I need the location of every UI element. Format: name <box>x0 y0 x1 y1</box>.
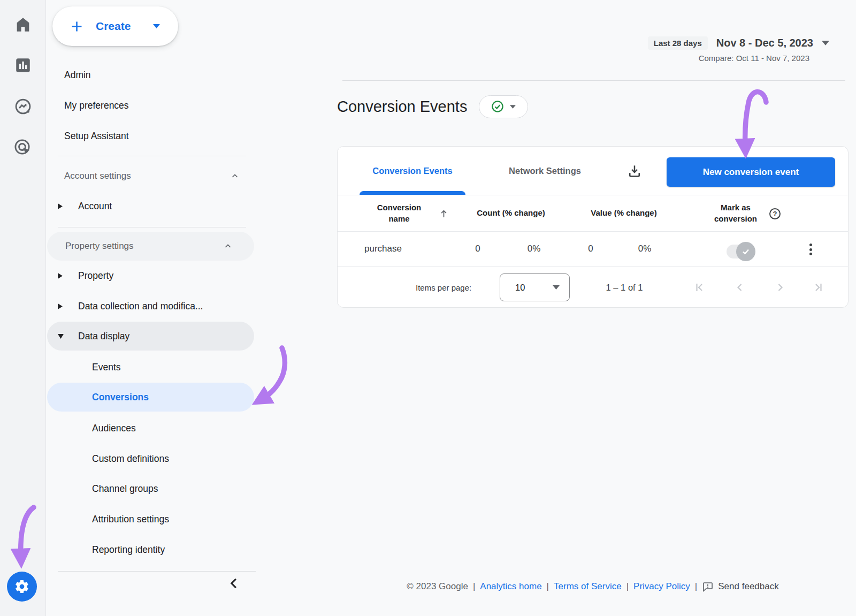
sidebar-item-admin[interactable]: Admin <box>46 60 273 90</box>
items-per-page-select[interactable]: 10 <box>500 273 570 301</box>
previous-page-icon[interactable] <box>733 281 746 294</box>
items-per-page-value: 10 <box>515 283 525 293</box>
sidebar-item-reporting-identity[interactable]: Reporting identity <box>46 535 273 565</box>
items-per-page-label: Items per page: <box>416 267 471 308</box>
footer-separator: | <box>547 581 549 592</box>
active-tab-underline <box>360 191 465 195</box>
sidebar-section-property-settings[interactable]: Property settings <box>47 232 254 261</box>
triangle-down-icon <box>58 334 64 339</box>
explore-icon[interactable] <box>12 96 34 117</box>
app-rail <box>0 0 46 616</box>
date-range-value: Nov 8 - Dec 5, 2023 <box>716 37 813 49</box>
toggle-check-icon <box>736 242 755 261</box>
count-cell: 0 <box>462 232 494 266</box>
terms-of-service-link[interactable]: Terms of Service <box>554 581 622 592</box>
page-title: Conversion Events <box>337 98 467 116</box>
create-button[interactable]: Create <box>52 6 178 46</box>
sidebar-item-my-preferences[interactable]: My preferences <box>46 90 273 121</box>
chevron-left-icon <box>227 576 242 591</box>
footer: © 2023 Google | Analytics home | Terms o… <box>337 581 849 592</box>
date-compare-value: Compare: Oct 11 - Nov 7, 2023 <box>648 54 829 63</box>
help-icon[interactable]: ? <box>769 208 781 219</box>
mark-as-conversion-toggle[interactable] <box>727 245 752 258</box>
chevron-down-icon <box>153 24 160 28</box>
new-conversion-event-button[interactable]: New conversion event <box>667 157 835 187</box>
sidebar-item-events[interactable]: Events <box>46 352 273 383</box>
chevron-down-icon <box>510 105 516 109</box>
sidebar-item-conversions[interactable]: Conversions <box>47 383 254 412</box>
sidebar-item-property[interactable]: Property <box>46 261 273 291</box>
sidebar-item-data-display[interactable]: Data display <box>47 322 254 351</box>
header-divider <box>342 80 845 81</box>
sidebar-item-audiences[interactable]: Audiences <box>46 413 273 444</box>
chevron-up-icon <box>230 171 240 181</box>
last-page-icon[interactable] <box>812 281 824 294</box>
home-icon[interactable] <box>12 14 34 35</box>
triangle-right-icon <box>58 303 63 309</box>
conversion-events-card: Conversion Events Network Settings New c… <box>337 146 849 308</box>
sidebar-divider <box>58 227 246 227</box>
sidebar-item-account[interactable]: Account <box>46 191 273 222</box>
check-circle-icon <box>491 100 504 113</box>
collapse-sidebar-button[interactable] <box>227 576 242 591</box>
first-page-icon[interactable] <box>693 281 706 294</box>
sort-ascending-icon[interactable] <box>438 208 449 219</box>
chevron-down-icon <box>822 41 829 45</box>
send-feedback-button[interactable]: Send feedback <box>702 581 778 592</box>
column-header-value[interactable]: Value (% change) <box>586 195 661 231</box>
table-header-row: Conversion name Count (% change) Value (… <box>338 195 848 232</box>
row-overflow-menu-icon[interactable] <box>804 242 817 256</box>
advertising-icon[interactable] <box>12 137 34 158</box>
sidebar-item-setup-assistant[interactable]: Setup Assistant <box>46 121 273 151</box>
copyright-text: © 2023 Google <box>407 581 468 592</box>
sidebar-divider <box>58 571 256 572</box>
column-header-count[interactable]: Count (% change) <box>473 195 548 231</box>
column-header-conversion-name[interactable]: Conversion name <box>367 195 431 231</box>
footer-separator: | <box>695 581 697 592</box>
tab-network-settings[interactable]: Network Settings <box>493 147 597 195</box>
create-button-label: Create <box>96 20 131 33</box>
sidebar-divider <box>58 156 246 156</box>
conversion-name-cell: purchase <box>364 232 402 266</box>
triangle-right-icon <box>58 203 63 209</box>
reports-bar-chart-icon[interactable] <box>12 55 34 76</box>
footer-separator: | <box>473 581 475 592</box>
count-change-cell: 0% <box>518 232 550 266</box>
column-header-mark-as-conversion[interactable]: Mark as conversion <box>698 195 773 231</box>
status-dropdown[interactable] <box>479 95 528 118</box>
date-range-badge: Last 28 days <box>648 36 708 50</box>
sidebar-item-custom-definitions[interactable]: Custom definitions <box>46 444 273 474</box>
tab-conversion-events[interactable]: Conversion Events <box>360 147 465 195</box>
admin-settings-gear-button[interactable] <box>7 572 37 602</box>
sidebar-item-channel-groups[interactable]: Channel groups <box>46 474 273 504</box>
pagination-bar: Items per page: 10 1 – 1 of 1 <box>338 267 848 308</box>
footer-separator: | <box>626 581 629 592</box>
sidebar-item-attribution-settings[interactable]: Attribution settings <box>46 504 273 535</box>
next-page-icon[interactable] <box>774 281 786 294</box>
date-range-selector[interactable]: Last 28 days Nov 8 - Dec 5, 2023 Compare… <box>648 36 829 63</box>
plus-icon <box>70 19 84 34</box>
triangle-right-icon <box>58 273 63 279</box>
privacy-policy-link[interactable]: Privacy Policy <box>633 581 690 592</box>
chevron-up-icon <box>223 241 233 251</box>
chevron-down-icon <box>553 285 560 290</box>
pagination-range: 1 – 1 of 1 <box>594 267 654 308</box>
main-content: Last 28 days Nov 8 - Dec 5, 2023 Compare… <box>273 0 856 616</box>
value-cell: 0 <box>575 232 607 266</box>
analytics-home-link[interactable]: Analytics home <box>480 581 541 592</box>
download-icon[interactable] <box>626 163 644 180</box>
gear-icon <box>14 579 30 595</box>
admin-sidebar: Create Admin My preferences Setup Assist… <box>46 0 273 616</box>
sidebar-section-account-settings[interactable]: Account settings <box>46 161 273 191</box>
value-change-cell: 0% <box>629 232 661 266</box>
table-row: purchase 0 0% 0 0% <box>338 232 848 267</box>
feedback-icon <box>702 581 714 592</box>
sidebar-item-data-collection[interactable]: Data collection and modifica... <box>46 291 273 322</box>
